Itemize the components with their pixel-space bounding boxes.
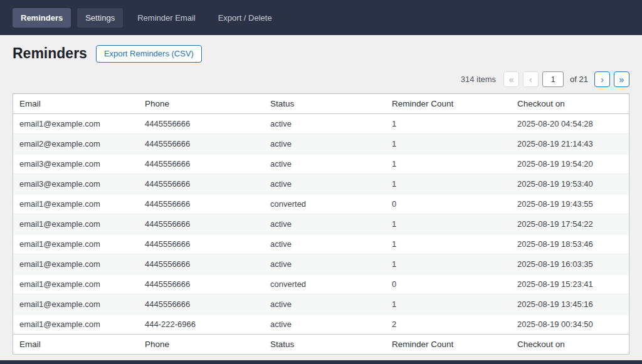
cell-checkout-on: 2025-08-19 19:54:20 [511,154,629,174]
cell-phone: 4445556666 [139,214,264,234]
table-footer-row: EmailPhoneStatusReminder CountCheckout o… [13,335,629,355]
tab-settings[interactable]: Settings [77,8,123,28]
cell-status: active [264,174,386,194]
page-content: Reminders Export Reminders (CSV) 314 ite… [0,45,642,364]
first-page-button: « [503,71,519,87]
cell-email: email1@example.com [13,254,139,274]
cell-status: converted [264,274,386,294]
tab-reminders[interactable]: Reminders [13,8,71,28]
table-body: email1@example.com4445556666active12025-… [13,114,629,335]
current-page-input[interactable] [542,71,564,87]
cell-email: email1@example.com [13,315,139,335]
cell-status: active [264,254,386,274]
cell-email: email1@example.com [13,114,139,134]
column-header-email: Email [13,94,139,114]
next-page-button[interactable]: › [594,71,610,87]
table-row: email1@example.com4445556666active12025-… [13,214,629,234]
table-row: email2@example.com4445556666active12025-… [13,134,629,154]
cell-reminder-count: 1 [386,134,511,154]
cell-status: converted [264,194,386,214]
cell-status: active [264,134,386,154]
column-header-checkout-on: Checkout on [511,94,629,114]
column-header-phone: Phone [139,94,264,114]
cell-reminder-count: 2 [386,315,511,335]
cell-reminder-count: 1 [386,114,511,134]
cell-email: email1@example.com [13,194,139,214]
cell-reminder-count: 1 [386,294,511,315]
column-header-checkout-on: Checkout on [511,335,629,355]
cell-checkout-on: 2025-08-19 21:14:43 [511,134,629,154]
cell-email: email1@example.com [13,234,139,254]
column-header-reminder-count: Reminder Count [386,94,511,114]
cell-reminder-count: 0 [386,194,511,214]
cell-phone: 4445556666 [139,174,264,194]
table-row: email1@example.com4445556666active12025-… [13,114,629,134]
cell-phone: 4445556666 [139,234,264,254]
column-header-status: Status [264,94,386,114]
cell-phone: 4445556666 [139,114,264,134]
cell-status: active [264,234,386,254]
cell-checkout-on: 2025-08-19 13:45:16 [511,294,629,315]
last-page-button[interactable]: » [614,71,629,87]
cell-checkout-on: 2025-08-19 17:54:22 [511,214,629,234]
cell-status: active [264,154,386,174]
cell-phone: 4445556666 [139,254,264,274]
tab-export-delete[interactable]: Export / Delete [210,8,280,28]
cell-email: email3@example.com [13,174,139,194]
cell-checkout-on: 2025-08-19 15:23:41 [511,274,629,294]
cell-checkout-on: 2025-08-19 19:53:40 [511,174,629,194]
cell-status: active [264,294,386,315]
reminders-table: EmailPhoneStatusReminder CountCheckout o… [13,93,629,355]
cell-reminder-count: 1 [386,234,511,254]
page-title: Reminders [13,45,87,63]
table-row: email1@example.com4445556666active12025-… [13,254,629,274]
bottom-window-edge [0,360,642,364]
total-pages-label: of 21 [570,75,588,84]
cell-status: active [264,214,386,234]
cell-status: active [264,315,386,335]
cell-reminder-count: 1 [386,214,511,234]
cell-checkout-on: 2025-08-19 18:53:46 [511,234,629,254]
top-navigation: RemindersSettingsReminder EmailExport / … [0,0,642,35]
table-row: email1@example.com444-222-6966active2202… [13,315,629,335]
cell-reminder-count: 0 [386,274,511,294]
pagination-top: 314 items « ‹ of 21 › » [13,71,629,87]
cell-status: active [264,114,386,134]
table-row: email1@example.com4445556666converted020… [13,274,629,294]
cell-reminder-count: 1 [386,174,511,194]
cell-reminder-count: 1 [386,154,511,174]
cell-reminder-count: 1 [386,254,511,274]
cell-email: email1@example.com [13,214,139,234]
table-header-row: EmailPhoneStatusReminder CountCheckout o… [13,94,629,114]
column-header-status: Status [264,335,386,355]
page-header: Reminders Export Reminders (CSV) [13,45,629,63]
cell-checkout-on: 2025-08-19 19:43:55 [511,194,629,214]
previous-page-button: ‹ [523,71,539,87]
items-count-label: 314 items [461,75,496,84]
cell-phone: 4445556666 [139,294,264,315]
cell-email: email2@example.com [13,134,139,154]
table-row: email3@example.com4445556666active12025-… [13,154,629,174]
table-row: email3@example.com4445556666active12025-… [13,174,629,194]
cell-phone: 444-222-6966 [139,315,264,335]
column-header-email: Email [13,335,139,355]
tab-reminder-email[interactable]: Reminder Email [129,8,203,28]
table-row: email1@example.com4445556666converted020… [13,194,629,214]
cell-phone: 4445556666 [139,274,264,294]
column-header-reminder-count: Reminder Count [386,335,511,355]
export-reminders-csv-button[interactable]: Export Reminders (CSV) [96,45,202,63]
cell-checkout-on: 2025-08-20 04:54:28 [511,114,629,134]
cell-email: email1@example.com [13,274,139,294]
cell-checkout-on: 2025-08-19 16:03:35 [511,254,629,274]
table-row: email1@example.com4445556666active12025-… [13,294,629,315]
cell-phone: 4445556666 [139,134,264,154]
cell-phone: 4445556666 [139,154,264,174]
cell-phone: 4445556666 [139,194,264,214]
cell-email: email1@example.com [13,294,139,315]
table-row: email1@example.com4445556666active12025-… [13,234,629,254]
cell-email: email3@example.com [13,154,139,174]
cell-checkout-on: 2025-08-19 00:34:50 [511,315,629,335]
column-header-phone: Phone [139,335,264,355]
